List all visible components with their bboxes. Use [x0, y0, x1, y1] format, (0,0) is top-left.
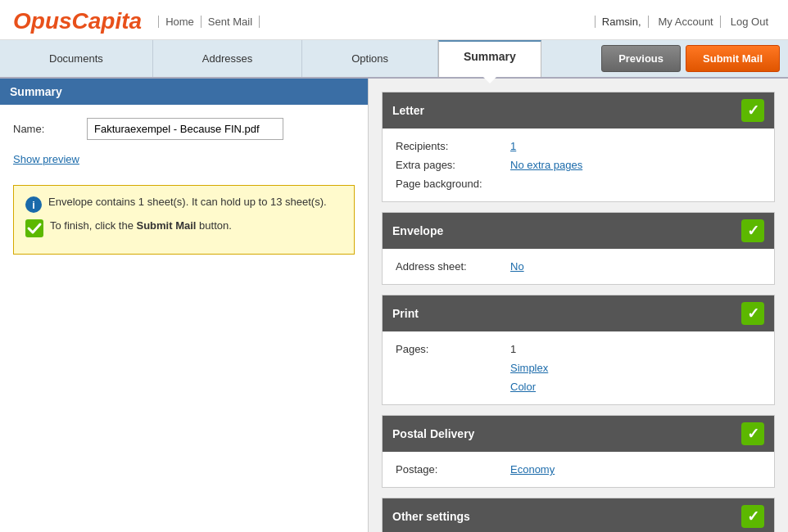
nav-addresses[interactable]: Addresses [153, 40, 302, 77]
address-sheet-value[interactable]: No [510, 260, 524, 273]
letter-header: Letter [383, 92, 774, 128]
other-settings-check [741, 505, 764, 528]
postal-delivery-section: Postal Delivery Postage: Economy [382, 415, 775, 488]
print-check [741, 302, 764, 325]
name-label: Name: [13, 123, 87, 135]
left-content: Name: Show preview i Envelope contains 1… [0, 105, 368, 532]
check-message-row: To finish, click the Submit Mail button. [25, 219, 342, 237]
nav-options[interactable]: Options [302, 40, 438, 77]
logo: OpusCapita [13, 8, 142, 34]
name-input[interactable] [87, 118, 283, 140]
color-row: Color [396, 377, 761, 396]
postal-delivery-header: Postal Delivery [383, 416, 774, 452]
letter-section: Letter Recipients: 1 Extra pages: No ext… [382, 92, 775, 202]
info-icon: i [25, 196, 42, 213]
tab-summary[interactable]: Summary [438, 40, 541, 77]
my-account-link[interactable]: My Account [652, 16, 721, 28]
other-settings-section: Other settings Department code: 123 NetP… [382, 498, 775, 532]
info-message-row: i Envelope contains 1 sheet(s). It can h… [25, 196, 342, 213]
envelope-header: Envelope [383, 213, 774, 249]
previous-button[interactable]: Previous [601, 45, 681, 72]
main-nav: Home Sent Mail [158, 16, 267, 28]
nav-documents[interactable]: Documents [0, 40, 153, 77]
right-panel: Letter Recipients: 1 Extra pages: No ext… [369, 79, 788, 532]
envelope-section: Envelope Address sheet: No [382, 212, 775, 285]
print-section: Print Pages: 1 Simplex Color [382, 295, 775, 405]
postage-row: Postage: Economy [396, 460, 761, 479]
username: Ramsin, [595, 16, 649, 28]
submit-mail-button[interactable]: Submit Mail [686, 45, 780, 72]
postal-body: Postage: Economy [383, 452, 774, 487]
page-header: OpusCapita Home Sent Mail Ramsin, My Acc… [0, 0, 788, 40]
postage-value[interactable]: Economy [510, 463, 555, 476]
check-icon [25, 219, 43, 237]
address-sheet-row: Address sheet: No [396, 257, 761, 276]
extra-pages-value[interactable]: No extra pages [510, 159, 582, 171]
nav-home[interactable]: Home [158, 16, 202, 28]
print-body: Pages: 1 Simplex Color [383, 331, 774, 404]
info-box: i Envelope contains 1 sheet(s). It can h… [13, 185, 355, 255]
page-background-row: Page background: [396, 174, 761, 193]
nav-action-buttons: Previous Submit Mail [593, 40, 788, 77]
envelope-check [741, 219, 764, 242]
name-row: Name: [13, 118, 355, 140]
top-nav-bar: Documents Addresses Options Summary Prev… [0, 40, 788, 79]
logout-link[interactable]: Log Out [724, 16, 775, 28]
left-panel: Summary Name: Show preview i Envelope co… [0, 79, 369, 532]
header-right: Ramsin, My Account Log Out [595, 16, 775, 28]
letter-body: Recipients: 1 Extra pages: No extra page… [383, 128, 774, 201]
nav-sent-mail[interactable]: Sent Mail [202, 16, 260, 28]
envelope-body: Address sheet: No [383, 249, 774, 284]
color-value[interactable]: Color [510, 381, 536, 393]
print-header: Print [383, 295, 774, 331]
pages-row: Pages: 1 [396, 340, 761, 358]
show-preview-link[interactable]: Show preview [13, 153, 79, 165]
recipients-row: Recipients: 1 [396, 137, 761, 156]
info-text: Envelope contains 1 sheet(s). It can hol… [48, 196, 327, 208]
pages-value: 1 [510, 343, 516, 355]
summary-section-header: Summary [0, 79, 368, 105]
main-content: Summary Name: Show preview i Envelope co… [0, 79, 788, 532]
letter-check [741, 99, 764, 122]
recipients-value[interactable]: 1 [510, 140, 516, 152]
check-text: To finish, click the Submit Mail button. [50, 219, 232, 232]
postal-check [741, 422, 764, 445]
simplex-row: Simplex [396, 358, 761, 377]
extra-pages-row: Extra pages: No extra pages [396, 156, 761, 174]
simplex-value[interactable]: Simplex [510, 362, 548, 374]
other-settings-header: Other settings [383, 498, 774, 532]
